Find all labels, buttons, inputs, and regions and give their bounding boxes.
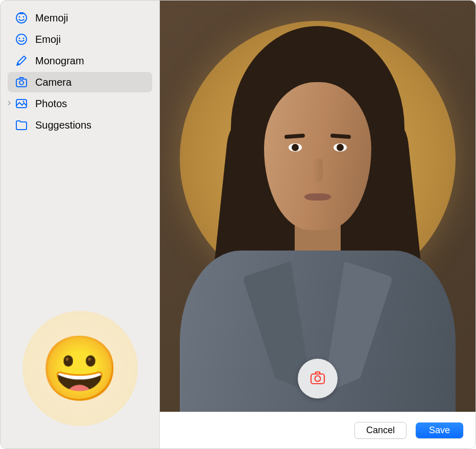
sidebar-item-label: Camera [35,77,72,88]
memoji-face-icon [15,11,28,24]
svg-point-2 [23,16,25,18]
sidebar-item-label: Photos [35,98,67,110]
sidebar-item-label: Memoji [35,12,68,24]
sidebar-item-photos[interactable]: Photos [8,93,152,114]
chevron-right-icon[interactable] [7,100,12,107]
sidebar-item-emoji[interactable]: Emoji [8,29,152,49]
svg-point-1 [19,16,20,18]
bottom-bar: Cancel Save [160,412,475,448]
camera-preview [160,1,475,412]
sidebar-item-memoji[interactable]: Memoji [8,8,152,28]
folder-icon [15,118,28,132]
sidebar-item-label: Emoji [35,34,61,45]
svg-point-10 [23,101,25,103]
svg-point-8 [19,81,23,85]
current-avatar-preview[interactable]: 😀 [22,311,138,426]
sidebar-item-label: Monogram [35,55,84,67]
svg-point-6 [23,38,25,39]
sidebar-item-camera[interactable]: Camera [8,72,152,92]
cancel-button[interactable]: Cancel [354,422,407,439]
avatar-emoji: 😀 [40,332,120,406]
sidebar-item-suggestions[interactable]: Suggestions [8,115,152,135]
svg-point-4 [16,34,27,44]
avatar-picker-window: Memoji Emoji [0,0,476,449]
svg-rect-3 [19,12,23,14]
camera-live-image [195,26,440,412]
svg-point-5 [19,38,20,39]
sidebar: Memoji Emoji [1,1,160,448]
sidebar-list: Memoji Emoji [8,8,152,135]
camera-icon [15,76,28,89]
sidebar-item-monogram[interactable]: Monogram [8,51,152,71]
pencil-icon [15,54,28,67]
emoji-smile-icon [15,33,28,46]
save-button[interactable]: Save [416,422,463,438]
capture-photo-button[interactable] [298,359,338,398]
sidebar-item-label: Suggestions [35,119,91,131]
camera-shutter-icon [309,369,326,388]
photos-icon [15,97,28,110]
svg-point-12 [315,376,321,382]
main-panel: Cancel Save [160,1,475,448]
